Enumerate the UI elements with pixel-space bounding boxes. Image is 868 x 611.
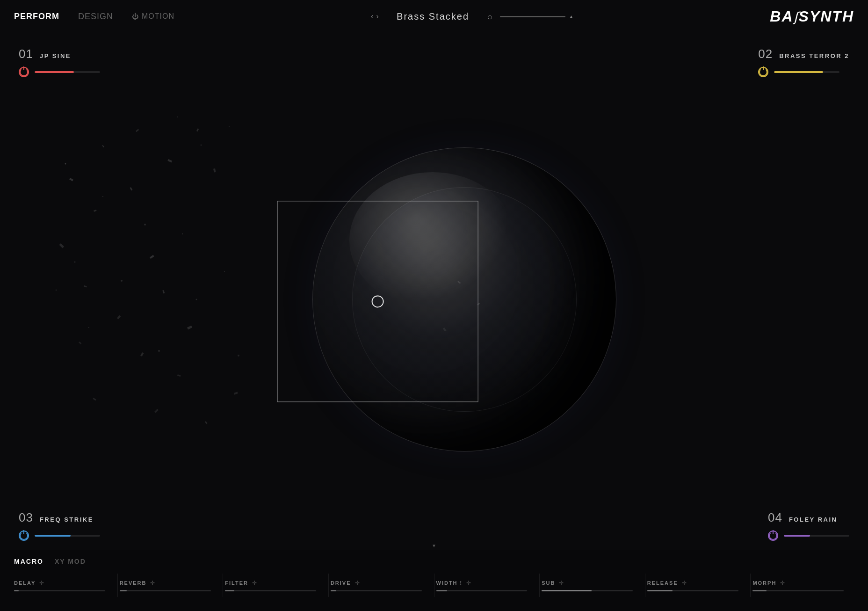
- nav-slider-container: ▲: [500, 14, 574, 19]
- xy-cursor[interactable]: [372, 295, 384, 307]
- down-arrow-icon: ▼: [432, 543, 436, 548]
- svg-point-30: [196, 299, 197, 300]
- layer-3-name: FREQ STRIKE: [40, 516, 94, 523]
- macro-morph-label-row: MORPH ✛: [752, 580, 854, 586]
- macro-delay-drag[interactable]: ✛: [39, 580, 44, 586]
- macro-delay-label-row: DELAY ✛: [14, 580, 116, 586]
- nav-motion[interactable]: ⏻ MOTION: [132, 12, 174, 21]
- macro-width-label: WIDTH !: [436, 580, 463, 586]
- layer-3-controls: [19, 531, 100, 541]
- layer-1: 01 JP SINE: [9, 37, 109, 87]
- svg-rect-19: [205, 421, 208, 424]
- xy-pad[interactable]: [277, 201, 478, 402]
- macro-sub-label-row: SUB ✛: [542, 580, 643, 586]
- macro-filter: FILTER ✛: [225, 580, 326, 591]
- svg-rect-12: [102, 145, 104, 147]
- layer-1-name: JP SINE: [40, 52, 71, 59]
- layer-2-name: BRASS TERROR 2: [779, 52, 849, 59]
- svg-point-26: [144, 224, 146, 225]
- nav-design[interactable]: DESIGN: [78, 12, 113, 22]
- background-visual: [0, 0, 868, 611]
- macro-drive-drag[interactable]: ✛: [355, 580, 360, 586]
- layer-2-number: 02: [758, 47, 773, 61]
- search-icon[interactable]: ⌕: [487, 12, 492, 22]
- layer-1-header: 01 JP SINE: [19, 47, 100, 61]
- macro-morph-drag[interactable]: ✛: [780, 580, 785, 586]
- layer-2-level[interactable]: [774, 71, 839, 73]
- macro-sub-track[interactable]: [542, 590, 633, 591]
- svg-point-35: [238, 355, 239, 356]
- macro-sub-fill: [542, 590, 592, 591]
- layer-4-power[interactable]: [768, 531, 778, 541]
- macro-release-track[interactable]: [647, 590, 738, 591]
- macro-filter-track[interactable]: [225, 590, 316, 591]
- macro-delay-track[interactable]: [14, 590, 105, 591]
- macro-drive-label: DRIVE: [331, 580, 351, 586]
- layer-4-number: 04: [768, 510, 782, 525]
- tab-macro[interactable]: MACRO: [14, 558, 43, 565]
- macro-width: WIDTH ! ✛: [436, 580, 538, 591]
- layer-3-power[interactable]: [19, 531, 29, 541]
- svg-rect-4: [150, 255, 154, 259]
- svg-rect-13: [136, 129, 139, 132]
- layer-2-bar: [774, 71, 823, 73]
- macro-reverb-fill: [120, 590, 127, 591]
- macro-morph-label: MORPH: [752, 580, 776, 586]
- macro-filter-label: FILTER: [225, 580, 248, 586]
- svg-point-25: [102, 196, 103, 197]
- next-arrow[interactable]: ›: [376, 12, 378, 21]
- svg-rect-1: [94, 210, 97, 212]
- layer-2: 02 BRASS TERROR 2: [749, 37, 859, 87]
- macro-reverb-drag[interactable]: ✛: [150, 580, 155, 586]
- layer-4-level[interactable]: [784, 535, 849, 537]
- layer-3-header: 03 FREQ STRIKE: [19, 510, 100, 525]
- divider-7: [750, 574, 751, 597]
- svg-rect-9: [79, 342, 82, 344]
- macro-drive-fill: [331, 590, 336, 591]
- nav-slider[interactable]: [500, 16, 565, 17]
- divider-1: [117, 574, 118, 597]
- macro-width-drag[interactable]: ✛: [466, 580, 471, 586]
- layer-2-controls: [758, 67, 849, 77]
- nav-perform[interactable]: PERFORM: [14, 12, 59, 22]
- layer-1-power[interactable]: [19, 67, 29, 77]
- layer-4-header: 04 FOLEY RAIN: [768, 510, 849, 525]
- svg-point-37: [201, 145, 202, 146]
- svg-rect-3: [130, 187, 132, 191]
- layer-3-number: 03: [19, 510, 33, 525]
- svg-rect-8: [187, 326, 192, 330]
- macro-reverb-label: REVERB: [120, 580, 147, 586]
- macro-filter-drag[interactable]: ✛: [252, 580, 257, 586]
- svg-point-28: [182, 233, 183, 234]
- svg-rect-20: [234, 392, 238, 394]
- macro-sub-drag[interactable]: ✛: [559, 580, 564, 586]
- prev-arrow[interactable]: ‹: [371, 12, 373, 21]
- bottom-controls: MACRO XY MOD DELAY ✛ REVERB ✛: [0, 550, 868, 611]
- macro-drive: DRIVE ✛: [331, 580, 432, 591]
- nav-arrows[interactable]: ‹ ›: [371, 12, 379, 21]
- divider-5: [539, 574, 540, 597]
- layer-2-power[interactable]: [758, 67, 768, 77]
- layer-1-level[interactable]: [35, 71, 100, 73]
- macro-width-track[interactable]: [436, 590, 528, 591]
- tab-xy-mod[interactable]: XY MOD: [55, 558, 86, 565]
- svg-rect-2: [59, 243, 64, 248]
- macro-drive-label-row: DRIVE ✛: [331, 580, 432, 586]
- logo: BAʃSYNTH: [770, 8, 854, 25]
- motion-power-icon: ⏻: [132, 13, 139, 20]
- layer-3-level[interactable]: [35, 535, 100, 537]
- bottom-arrow-indicator: ▼: [432, 541, 436, 549]
- macro-release-label-row: RELEASE ✛: [647, 580, 749, 586]
- macro-reverb-track[interactable]: [120, 590, 211, 591]
- top-navigation: PERFORM DESIGN ⏻ MOTION ‹ › Brass Stacke…: [0, 0, 868, 33]
- macro-drive-track[interactable]: [331, 590, 422, 591]
- macro-release-drag[interactable]: ✛: [682, 580, 687, 586]
- macro-morph-track[interactable]: [752, 590, 844, 591]
- svg-rect-15: [196, 129, 199, 132]
- svg-point-32: [158, 350, 160, 352]
- svg-rect-7: [162, 290, 165, 294]
- layer-4-name: FOLEY RAIN: [789, 516, 838, 523]
- layer-1-number: 01: [19, 47, 33, 61]
- svg-point-33: [56, 290, 57, 291]
- macro-release-fill: [647, 590, 673, 591]
